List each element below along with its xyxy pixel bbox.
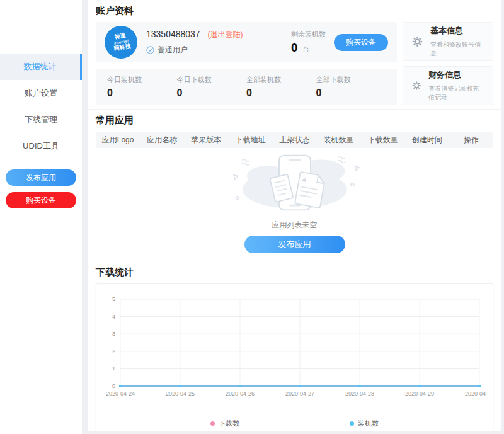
svg-text:5: 5 bbox=[112, 296, 115, 302]
account-right-column: 基本信息 查看和修改账号信息 bbox=[403, 22, 493, 105]
account-section-title: 账户资料 bbox=[96, 5, 493, 17]
verified-icon bbox=[146, 46, 154, 54]
downloads-section: 下载统计 0123452020-04-242020-04-252020-04-2… bbox=[88, 260, 501, 431]
svg-text:2020-04-24: 2020-04-24 bbox=[106, 391, 135, 397]
basic-info-desc: 查看和修改账号信息 bbox=[430, 40, 484, 58]
profile-info: 13350488037 (退出登陆) 普通用户 bbox=[146, 29, 243, 55]
downloads-section-title: 下载统计 bbox=[96, 266, 493, 278]
finance-info-title: 财务信息 bbox=[428, 69, 484, 81]
empty-state-text: 应用列表未空 bbox=[96, 220, 493, 231]
user-type-badge: 普通用户 bbox=[158, 45, 188, 55]
svg-text:3: 3 bbox=[112, 331, 115, 337]
line-chart: 0123452020-04-242020-04-252020-04-262020… bbox=[101, 290, 487, 415]
sidebar-item-udid-tool[interactable]: UDID工具 bbox=[0, 133, 82, 159]
table-header-cell: 下载地址 bbox=[228, 135, 272, 146]
empty-state: A 应用列表未空 发布应用 bbox=[96, 148, 493, 253]
table-header-cell: 下载数量 bbox=[361, 135, 405, 146]
legend-item-installs[interactable]: 装机数 bbox=[350, 419, 379, 428]
svg-text:2020-04-27: 2020-04-27 bbox=[285, 391, 314, 397]
legend-dot-pink bbox=[210, 421, 215, 426]
finance-info-card[interactable]: 财务信息 查看消费记录和充值记录 bbox=[403, 66, 493, 105]
table-header-cell: 应用Logo bbox=[96, 135, 140, 146]
table-header-cell: 装机数量 bbox=[317, 135, 361, 146]
main-content: 账户资料 神速 internet 网科技 1335 bbox=[88, 0, 501, 431]
sidebar-publish-app-button[interactable]: 发布应用 bbox=[6, 169, 76, 186]
svg-text:2020-04-28: 2020-04-28 bbox=[345, 391, 374, 397]
svg-text:2: 2 bbox=[112, 348, 115, 355]
stat-total-installs: 全部装机数 0 bbox=[246, 75, 316, 99]
svg-text:2020-04-29: 2020-04-29 bbox=[405, 391, 434, 397]
sidebar-item-account-settings[interactable]: 账户设置 bbox=[0, 80, 82, 106]
apps-section-title: 常用应用 bbox=[96, 115, 493, 127]
account-left-column: 神速 internet 网科技 13350488037 (退出登陆) bbox=[96, 22, 397, 105]
svg-text:4: 4 bbox=[112, 314, 115, 320]
svg-text:1: 1 bbox=[112, 365, 115, 372]
sidebar: 数据统计 账户设置 下线管理 UDID工具 发布应用 购买设备 bbox=[0, 0, 82, 434]
sidebar-item-data-stats[interactable]: 数据统计 bbox=[0, 54, 82, 80]
remaining-devices-value: 0 bbox=[291, 41, 298, 54]
table-header-cell: 应用名称 bbox=[140, 135, 184, 146]
basic-info-card[interactable]: 基本信息 查看和修改账号信息 bbox=[403, 22, 493, 61]
apps-table-header: 应用Logo 应用名称 苹果版本 下载地址 上架状态 装机数量 下载数量 创建时… bbox=[96, 132, 493, 148]
gear-icon bbox=[412, 80, 421, 91]
stat-today-installs: 今日装机数 0 bbox=[107, 75, 177, 99]
remaining-devices-label: 剩余装机数 bbox=[291, 30, 329, 39]
empty-state-illustration: A bbox=[222, 151, 367, 216]
svg-text:2020-04-30: 2020-04-30 bbox=[465, 391, 487, 397]
table-header-cell: 苹果版本 bbox=[184, 135, 228, 146]
basic-info-title: 基本信息 bbox=[430, 25, 484, 37]
downloads-chart: 0123452020-04-242020-04-252020-04-262020… bbox=[96, 283, 493, 431]
chart-legend: 下载数 装机数 bbox=[101, 419, 488, 428]
apps-section: 常用应用 应用Logo 应用名称 苹果版本 下载地址 上架状态 装机数量 下载数… bbox=[88, 110, 501, 260]
stat-today-downloads: 今日下载数 0 bbox=[177, 75, 247, 99]
avatar: 神速 internet 网科技 bbox=[105, 26, 137, 59]
svg-text:0: 0 bbox=[112, 383, 115, 389]
stats-card: 今日装机数 0 今日下载数 0 全部装机数 0 全部下载数 bbox=[96, 69, 397, 105]
avatar-logo-text: 神速 internet 网科技 bbox=[111, 32, 130, 52]
table-header-cell: 上架状态 bbox=[272, 135, 316, 146]
sidebar-nav: 数据统计 账户设置 下线管理 UDID工具 bbox=[0, 54, 82, 159]
remaining-devices-unit: 台 bbox=[302, 45, 309, 53]
svg-text:2020-04-26: 2020-04-26 bbox=[226, 391, 255, 397]
table-header-cell: 操作 bbox=[449, 135, 493, 146]
buy-device-button[interactable]: 购买设备 bbox=[334, 34, 388, 51]
svg-text:2020-04-25: 2020-04-25 bbox=[166, 391, 195, 397]
sidebar-item-offline-manage[interactable]: 下线管理 bbox=[0, 106, 82, 133]
remaining-devices-block: 剩余装机数 0 台 bbox=[291, 30, 329, 55]
logout-link[interactable]: (退出登陆) bbox=[208, 30, 243, 39]
account-phone: 13350488037 bbox=[146, 29, 200, 39]
legend-dot-blue bbox=[350, 421, 354, 426]
account-row: 神速 internet 网科技 13350488037 (退出登陆) bbox=[96, 22, 493, 105]
publish-app-button[interactable]: 发布应用 bbox=[244, 236, 345, 253]
account-section: 账户资料 神速 internet 网科技 1335 bbox=[88, 0, 501, 110]
gear-icon bbox=[412, 36, 423, 47]
stat-total-downloads: 全部下载数 0 bbox=[316, 75, 386, 99]
legend-item-downloads[interactable]: 下载数 bbox=[210, 419, 239, 428]
sidebar-buy-device-button[interactable]: 购买设备 bbox=[6, 192, 76, 208]
finance-info-desc: 查看消费记录和充值记录 bbox=[428, 84, 484, 102]
table-header-cell: 创建时间 bbox=[405, 135, 449, 146]
profile-card: 神速 internet 网科技 13350488037 (退出登陆) bbox=[96, 22, 397, 62]
